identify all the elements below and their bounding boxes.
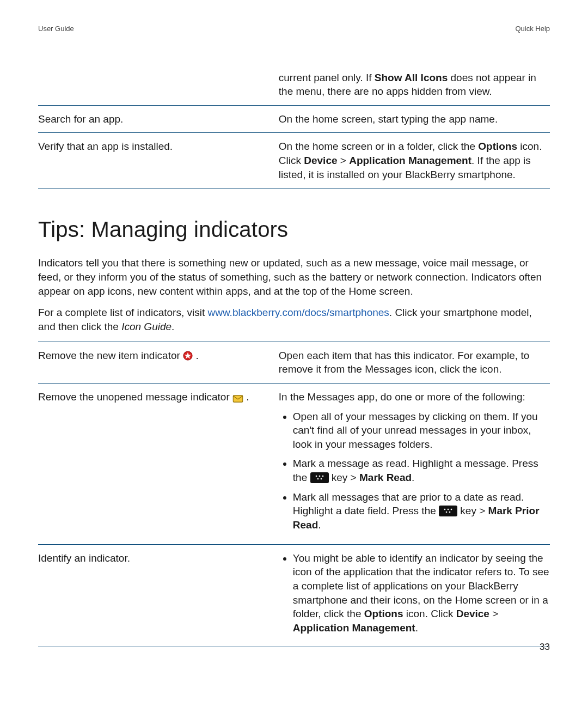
list-item: You might be able to identify an indicat… <box>293 551 550 635</box>
blackberry-key-icon <box>310 472 329 483</box>
apps-table: current panel only. If Show All Icons do… <box>38 64 550 189</box>
body-paragraph: For a complete list of indicators, visit… <box>38 306 550 333</box>
docs-link[interactable]: www.blackberry.com/docs/smartphones <box>208 307 389 318</box>
unopened-message-indicator-icon <box>232 392 243 406</box>
list-item: Mark a message as read. Highlight a mess… <box>293 457 550 484</box>
table-cell: Identify an indicator. <box>38 544 279 647</box>
table-cell: On the home screen or in a folder, click… <box>279 133 550 188</box>
table-cell: Verify that an app is installed. <box>38 133 279 188</box>
section-heading: Tips: Managing indicators <box>38 215 550 244</box>
running-header: User Guide Quick Help <box>38 24 550 34</box>
svg-rect-1 <box>233 395 243 402</box>
table-cell: Search for an app. <box>38 105 279 133</box>
table-cell: On the home screen, start typing the app… <box>279 105 550 133</box>
blackberry-key-icon <box>439 506 457 516</box>
header-left: User Guide <box>38 24 74 34</box>
new-item-indicator-icon <box>183 350 193 364</box>
table-cell: Remove the new item indicator . <box>38 342 279 383</box>
table-cell: Remove the unopened message indicator . <box>38 383 279 544</box>
table-cell: Open each item that has this indicator. … <box>279 342 550 383</box>
table-cell: current panel only. If Show All Icons do… <box>279 64 550 106</box>
list-item: Open all of your messages by clicking on… <box>293 410 550 452</box>
bullet-list: Open all of your messages by clicking on… <box>279 410 550 532</box>
page-number: 33 <box>540 641 550 654</box>
table-cell: In the Messages app, do one or more of t… <box>279 383 550 544</box>
body-paragraph: Indicators tell you that there is someth… <box>38 256 550 298</box>
bullet-list: You might be able to identify an indicat… <box>279 551 550 635</box>
list-item: Mark all messages that are prior to a da… <box>293 490 550 532</box>
page: User Guide Quick Help current panel only… <box>0 0 588 647</box>
table-cell <box>38 64 279 106</box>
header-right: Quick Help <box>515 24 550 34</box>
indicators-table: Remove the new item indicator . Open eac… <box>38 342 550 648</box>
table-cell: You might be able to identify an indicat… <box>279 544 550 647</box>
